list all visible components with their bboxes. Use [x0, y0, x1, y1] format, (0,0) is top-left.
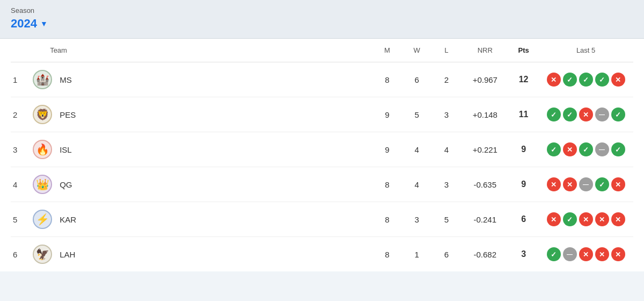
pts-header: Pts — [509, 39, 538, 62]
last5-cell: ✓✓✕—✓ — [538, 97, 633, 132]
result-dot-1: ✕ — [563, 177, 577, 191]
result-dot-0: ✓ — [547, 108, 561, 121]
l-header: L — [431, 39, 461, 62]
team-logo: ⚡ — [33, 210, 52, 229]
nrr-header: NRR — [462, 39, 509, 62]
losses-cell: 5 — [431, 202, 461, 237]
rank-cell: 2 — [11, 97, 28, 132]
wins-cell: 6 — [402, 62, 431, 97]
matches-cell: 9 — [372, 132, 402, 167]
nrr-cell: +0.148 — [462, 97, 509, 132]
matches-cell: 9 — [372, 97, 402, 132]
team-cell: 🏰MS — [28, 62, 372, 97]
result-dot-1: ✕ — [563, 142, 577, 156]
team-name: ISL — [60, 145, 72, 154]
last5-cell: ✓✕✓—✓ — [538, 132, 633, 167]
nrr-cell: +0.221 — [462, 132, 509, 167]
matches-cell: 8 — [372, 62, 402, 97]
pts-cell: 11 — [509, 97, 538, 132]
result-dot-3: ✓ — [595, 73, 609, 87]
team-logo: 🔥 — [33, 140, 52, 159]
nrr-cell: -0.682 — [462, 237, 509, 272]
rank-cell: 5 — [11, 202, 28, 237]
pts-cell: 12 — [509, 62, 538, 97]
result-dot-1: — — [563, 247, 577, 261]
result-dot-3: ✓ — [595, 177, 609, 191]
chevron-down-icon: ▼ — [40, 19, 48, 28]
nrr-cell: -0.241 — [462, 202, 509, 237]
team-cell: ⚡KAR — [28, 202, 372, 237]
team-logo: 🏰 — [33, 70, 52, 89]
team-logo: 🦁 — [33, 105, 52, 124]
rank-cell: 1 — [11, 62, 28, 97]
team-cell: 🔥ISL — [28, 132, 372, 167]
result-dot-4: ✕ — [611, 177, 625, 191]
result-dot-1: ✓ — [563, 212, 577, 226]
team-header: Team — [28, 39, 372, 62]
losses-cell: 6 — [431, 237, 461, 272]
wins-cell: 1 — [402, 237, 431, 272]
last5-cell: ✕✓✓✓✕ — [538, 62, 633, 97]
table-row: 5⚡KAR835-0.2416✕✓✕✕✕ — [11, 202, 633, 237]
table-row: 6🦅LAH816-0.6823✓—✕✕✕ — [11, 237, 633, 272]
standings-table: Team M W L NRR Pts Last 5 1🏰MS862+0.9671… — [11, 39, 633, 271]
result-dot-3: — — [595, 108, 609, 121]
matches-cell: 8 — [372, 202, 402, 237]
team-name: QG — [60, 180, 72, 189]
w-header: W — [402, 39, 431, 62]
result-dot-2: ✕ — [579, 247, 593, 261]
result-dot-4: ✕ — [611, 247, 625, 261]
wins-cell: 4 — [402, 167, 431, 202]
result-dot-0: ✓ — [547, 142, 561, 156]
wins-cell: 4 — [402, 132, 431, 167]
team-name: PES — [60, 110, 76, 119]
last5-cell: ✕✕—✓✕ — [538, 167, 633, 202]
result-dot-4: ✓ — [611, 142, 625, 156]
team-logo: 🦅 — [33, 245, 52, 264]
standings-table-container: Team M W L NRR Pts Last 5 1🏰MS862+0.9671… — [0, 39, 644, 271]
team-cell: 🦅LAH — [28, 237, 372, 272]
wins-cell: 5 — [402, 97, 431, 132]
losses-cell: 2 — [431, 62, 461, 97]
team-name: LAH — [60, 250, 75, 259]
team-cell: 👑QG — [28, 167, 372, 202]
pts-cell: 3 — [509, 237, 538, 272]
result-dot-1: ✓ — [563, 108, 577, 121]
rank-cell: 6 — [11, 237, 28, 272]
result-dot-3: ✕ — [595, 212, 609, 226]
last5-cell: ✕✓✕✕✕ — [538, 202, 633, 237]
result-dot-2: ✓ — [579, 142, 593, 156]
last5-cell: ✓—✕✕✕ — [538, 237, 633, 272]
nrr-cell: -0.635 — [462, 167, 509, 202]
table-header-row: Team M W L NRR Pts Last 5 — [11, 39, 633, 62]
result-dot-4: ✕ — [611, 212, 625, 226]
result-dot-0: ✕ — [547, 177, 561, 191]
season-value: 2024 — [11, 17, 37, 31]
nrr-cell: +0.967 — [462, 62, 509, 97]
season-header: Season 2024 ▼ — [0, 0, 644, 39]
team-name: MS — [60, 75, 72, 84]
wins-cell: 3 — [402, 202, 431, 237]
team-cell: 🦁PES — [28, 97, 372, 132]
pts-cell: 6 — [509, 202, 538, 237]
result-dot-2: ✕ — [579, 212, 593, 226]
season-dropdown[interactable]: 2024 ▼ — [11, 17, 633, 31]
team-logo: 👑 — [33, 175, 52, 194]
result-dot-3: ✕ — [595, 247, 609, 261]
rank-cell: 4 — [11, 167, 28, 202]
table-row: 1🏰MS862+0.96712✕✓✓✓✕ — [11, 62, 633, 97]
result-dot-0: ✕ — [547, 73, 561, 87]
losses-cell: 3 — [431, 167, 461, 202]
pts-cell: 9 — [509, 132, 538, 167]
rank-header — [11, 39, 28, 62]
losses-cell: 4 — [431, 132, 461, 167]
season-label: Season — [11, 6, 633, 15]
result-dot-3: — — [595, 142, 609, 156]
result-dot-2: ✓ — [579, 73, 593, 87]
matches-cell: 8 — [372, 237, 402, 272]
result-dot-4: ✓ — [611, 108, 625, 121]
result-dot-2: ✕ — [579, 108, 593, 121]
m-header: M — [372, 39, 402, 62]
result-dot-1: ✓ — [563, 73, 577, 87]
table-row: 2🦁PES953+0.14811✓✓✕—✓ — [11, 97, 633, 132]
